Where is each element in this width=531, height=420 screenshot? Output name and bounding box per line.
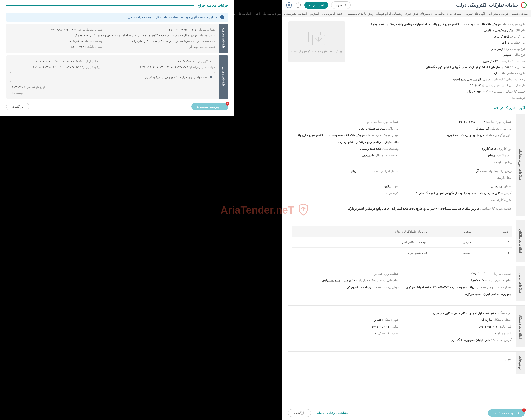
left-attachment-badge: ۱ — [226, 102, 229, 106]
svg-point-2 — [288, 4, 290, 6]
section-org-header: اطلاعات دستگاه — [518, 310, 523, 343]
left-sec1-body: شماره معامله: ۳۱۰۰۳۱۰۶۷۹۵۰۰۰۱۰۵ شماره مع… — [6, 24, 219, 53]
section-owners-header: اطلاعات مالکان — [518, 225, 523, 257]
section-trade-header: اطلاعات مورد معامله — [518, 145, 523, 185]
nav-alerts[interactable]: اطلاعیه ها — [239, 12, 251, 15]
section-org-body: نام دستگاه: دفتر شعبه اول اجرای احکام مد… — [288, 306, 516, 347]
login-button[interactable]: ورود — [331, 1, 351, 9]
left-sec1-header: اطلاعات معامله — [222, 24, 226, 53]
bullet-icon — [210, 76, 212, 78]
owners-table: ردیف ماهیت نام و نام خانوادگی/نام تجاری … — [292, 226, 512, 258]
attachment-badge: ۱ — [522, 408, 526, 412]
table-row: ۲حقیقیعلی اشکورجوزی — [292, 247, 512, 258]
section-notes-body: شرح: — [288, 352, 516, 374]
nav-accessibility[interactable]: پشتیبانی الزام کم‌توان — [376, 12, 402, 15]
left-sec2-body: تاریخ آگهی روزنامه: ۱۴۰۳/۰۷/۲۵ تاریخ انت… — [6, 56, 219, 99]
site-title: سامانه تدارکات الکترونیکی دولت — [456, 2, 518, 8]
nav-home[interactable]: صفحه نخست — [512, 12, 528, 15]
back-button[interactable]: بازگشت — [288, 409, 311, 417]
deadline-box: مهلت واریز بهای مزایده ۳۰ روز پس از تاری… — [10, 72, 215, 82]
table-row: ۱حقیقیسید حسن وفائی اصل — [292, 237, 512, 247]
section-owners-body: ردیف ماهیت نام و نام خانوادگی/نام تجاری … — [288, 220, 516, 262]
nav-announcements[interactable]: آگهی های عمومی — [465, 12, 485, 15]
section-financial-body: قیمت پایه(ریال): ۹٬۷۵۰٬۰۰۰٬۰۰۰ شناسه وار… — [288, 266, 516, 301]
register-button[interactable]: ثبت نام ← — [304, 2, 328, 9]
section-financial-header: اطلاعات مالی — [518, 269, 523, 299]
site-logo-icon — [521, 2, 527, 8]
nav-bar: صفحه نخست قوانین و مقررات آگهی های عمومی… — [282, 10, 531, 17]
nav-training[interactable]: آموزش — [310, 12, 319, 15]
nav-members[interactable]: اعضای الکترونیکی — [322, 12, 344, 15]
nav-orders[interactable]: دستورهای خوش خبری — [405, 12, 432, 15]
org-logo-icon — [286, 2, 292, 8]
view-details-link[interactable]: مشاهده جزئیات معامله — [317, 411, 349, 415]
image-preview: پیش نمایش در دسترس نیست — [288, 21, 345, 62]
gov-emblem-icon — [295, 2, 301, 8]
nav-news[interactable]: اخبار — [254, 12, 260, 15]
nav-faq[interactable]: سوالات متداول — [263, 12, 281, 15]
nav-prereq[interactable]: پیش نیازهای سیستمی — [347, 12, 373, 15]
info-banner: i بمنظور مشاهده آگهی روزنامه/اسناد معامل… — [6, 13, 228, 22]
attachment-button[interactable]: پیوست مستندات ۱ — [488, 409, 525, 417]
section-trade-body: شماره مورد معامله: ۳۱۰۳۱۰۶۷۹۵۰۰۰۱۰۴ شمار… — [288, 114, 516, 216]
nav-transparency[interactable]: شفاف سازی معاملات — [435, 12, 461, 15]
left-back-button[interactable]: بازگشت — [6, 103, 29, 110]
section-notes-header: توضیحات — [518, 352, 523, 374]
left-sec2-header: اطلاعات زمانی — [222, 63, 226, 91]
nav-notices[interactable]: اطلاعیه الکترونیکی — [284, 12, 307, 15]
electronic-announcement-link[interactable]: آگهی الکترونیک قوه قضائیه — [489, 106, 525, 110]
left-attachment-button[interactable]: پیوست مستندات ۱ — [191, 103, 228, 110]
nav-rules[interactable]: قوانین و مقررات — [488, 12, 509, 15]
info-icon: i — [220, 15, 224, 19]
left-panel-title: جزئیات معامله حراج — [197, 3, 228, 8]
